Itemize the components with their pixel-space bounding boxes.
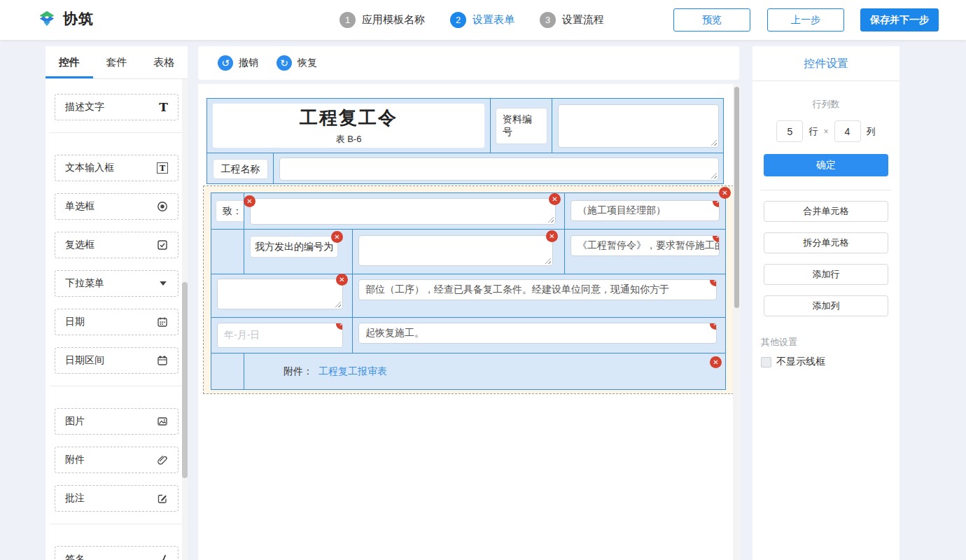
delete-control-button[interactable]: ✕ (713, 200, 720, 207)
project-name-label[interactable]: 工程名称 (213, 159, 268, 179)
cell-r2c3[interactable]: ✕ (352, 229, 565, 274)
merge-cells-button[interactable]: 合并单元格 (764, 201, 888, 222)
step-3-circle: 3 (540, 12, 556, 28)
redo-button[interactable]: ↻ 恢复 (276, 55, 317, 71)
add-row-button[interactable]: 添加行 (764, 264, 888, 285)
selected-table-region[interactable]: ✕ 致： ✕ ✕ （施工项目经理部） (203, 186, 734, 394)
doc-no-cell[interactable]: 资料编号 (490, 98, 552, 153)
cell-r2c1[interactable] (211, 229, 244, 274)
step-form-setup[interactable]: 2 设置表单 (450, 12, 514, 28)
control-item-description-text[interactable]: 描述文字 T (55, 94, 178, 120)
form-canvas[interactable]: 工程复工令 表 B-6 资料编号 工程名称 (198, 84, 741, 560)
dept-text-field[interactable]: （施工项目经理部） ✕ (570, 200, 720, 221)
doc-no-label[interactable]: 资料编号 (496, 108, 547, 144)
tab-controls[interactable]: 控件 (46, 46, 93, 78)
resize-grip-icon[interactable] (547, 216, 554, 223)
cols-input[interactable] (834, 120, 861, 142)
text-icon: T (159, 100, 168, 114)
to-textarea[interactable]: ✕ (250, 198, 556, 225)
tab-kits[interactable]: 套件 (93, 46, 141, 78)
step-flow-setup[interactable]: 3 设置流程 (540, 12, 604, 28)
panel-divider (761, 190, 891, 190)
tab-tables[interactable]: 表格 (140, 46, 188, 78)
control-item-text-input[interactable]: 文本输入框 T (55, 155, 178, 181)
sidebar-divider (50, 132, 183, 143)
suspend-text-field[interactable]: 《工程暂停令》，要求暂停施工的 ✕ (570, 235, 720, 256)
canvas-scrollbar-thumb[interactable] (734, 87, 739, 308)
project-name-value-cell[interactable] (273, 153, 724, 184)
control-item-date[interactable]: 日期 (55, 309, 178, 335)
hide-border-option[interactable]: 不显示线框 (761, 356, 899, 368)
delete-control-button[interactable]: ✕ (546, 230, 558, 242)
save-next-button[interactable]: 保存并下一步 (860, 8, 939, 31)
cell-r4-left[interactable]: 年-月-日 ✕ (211, 317, 353, 354)
delete-table-button[interactable]: ✕ (719, 187, 731, 199)
checkbox-icon (157, 239, 168, 251)
control-item-radio[interactable]: 单选框 (55, 193, 178, 220)
form-title-box[interactable]: 工程复工令 表 B-6 (213, 104, 484, 148)
brand-logo-icon (36, 8, 57, 29)
project-name-textarea[interactable] (279, 158, 719, 181)
sidebar-scrollbar-thumb[interactable] (182, 282, 188, 478)
delete-control-button[interactable]: ✕ (549, 193, 561, 205)
add-column-button[interactable]: 添加列 (764, 295, 888, 316)
resume-date-input[interactable]: 年-月-日 ✕ (217, 323, 343, 348)
undo-button[interactable]: ↺ 撤销 (218, 55, 258, 71)
control-item-checkbox[interactable]: 复选框 (55, 232, 178, 258)
confirm-button[interactable]: 确定 (764, 154, 888, 176)
sidebar-scrollbar-track[interactable] (182, 79, 188, 560)
step-indicator: 1 应用模板名称 2 设置表单 3 设置流程 (340, 0, 604, 40)
step-template-name[interactable]: 1 应用模板名称 (340, 12, 425, 28)
resize-grip-icon[interactable] (710, 172, 717, 178)
prev-step-button[interactable]: 上一步 (767, 8, 844, 31)
part-textarea[interactable]: ✕ (217, 279, 343, 309)
redo-icon: ↻ (276, 55, 292, 71)
resume-text-field[interactable]: 起恢复施工。 ✕ (358, 323, 717, 344)
title-cell[interactable]: 工程复工令 表 B-6 (206, 98, 491, 153)
doc-no-textarea[interactable] (558, 104, 719, 148)
control-item-annotation[interactable]: 批注 (55, 485, 178, 512)
issued-label-chip[interactable]: 我方发出的编号为 ✕ (250, 236, 338, 258)
cell-r2c4[interactable]: 《工程暂停令》，要求暂停施工的 ✕ (564, 229, 726, 274)
cell-r3-right[interactable]: 部位（工序），经查已具备复工条件。经建设单位同意，现通知你方于 ✕ (352, 274, 726, 318)
control-item-attachment[interactable]: 附件 (55, 447, 178, 473)
delete-control-button[interactable]: ✕ (244, 195, 255, 207)
cell-r1c2[interactable]: ✕ (244, 192, 565, 230)
split-cells-button[interactable]: 拆分单元格 (764, 232, 888, 253)
delete-control-button[interactable]: ✕ (710, 279, 717, 286)
hide-border-checkbox[interactable] (761, 357, 771, 368)
delete-control-button[interactable]: ✕ (331, 231, 343, 243)
resize-grip-icon[interactable] (710, 139, 717, 146)
preview-button[interactable]: 预览 (673, 8, 750, 31)
calendar-icon (157, 316, 168, 328)
cell-r5c1[interactable] (211, 353, 244, 390)
form-body-table[interactable]: ✕ 致： ✕ ✕ （施工项目经理部） (211, 192, 725, 389)
attachment-link[interactable]: 工程复工报审表 (318, 365, 387, 378)
doc-no-value-cell[interactable] (552, 98, 724, 153)
resume-condition-field[interactable]: 部位（工序），经查已具备复工条件。经建设单位同意，现通知你方于 ✕ (358, 279, 717, 300)
cell-r1c4[interactable]: （施工项目经理部） ✕ (564, 192, 726, 230)
control-item-signature[interactable]: 签名 (55, 546, 178, 560)
resize-grip-icon[interactable] (335, 301, 341, 307)
annotation-icon (157, 493, 168, 504)
cell-r5-attachment[interactable]: 附件： 工程复工报审表 ✕ (244, 353, 726, 390)
form-title-table[interactable]: 工程复工令 表 B-6 资料编号 工程名称 (206, 98, 724, 184)
canvas-scrollbar-track[interactable] (733, 84, 741, 560)
delete-control-button[interactable]: ✕ (710, 323, 717, 330)
top-header: 协筑 1 应用模板名称 2 设置表单 3 设置流程 预览 上一步 保存并下一步 (0, 0, 966, 40)
resize-grip-icon[interactable] (545, 258, 551, 264)
delete-control-button[interactable]: ✕ (336, 274, 348, 286)
rows-input[interactable] (776, 120, 803, 142)
delete-control-button[interactable]: ✕ (336, 323, 343, 330)
control-item-image[interactable]: 图片 (55, 408, 178, 435)
cell-r4-right[interactable]: 起恢复施工。 ✕ (352, 317, 726, 354)
issued-no-textarea[interactable]: ✕ (358, 235, 553, 266)
control-item-date-range[interactable]: 日期区间 (55, 347, 178, 374)
delete-control-button[interactable]: ✕ (710, 356, 722, 368)
project-name-label-cell[interactable]: 工程名称 (206, 153, 274, 184)
control-item-dropdown[interactable]: 下拉菜单 (55, 270, 178, 297)
cell-r2c2[interactable]: 我方发出的编号为 ✕ (244, 229, 353, 274)
cell-r3-left[interactable]: ✕ (211, 274, 353, 318)
canvas-toolbar: ↺ 撤销 ↻ 恢复 (198, 46, 739, 80)
cell-r1c1[interactable]: 致： ✕ (211, 192, 244, 230)
